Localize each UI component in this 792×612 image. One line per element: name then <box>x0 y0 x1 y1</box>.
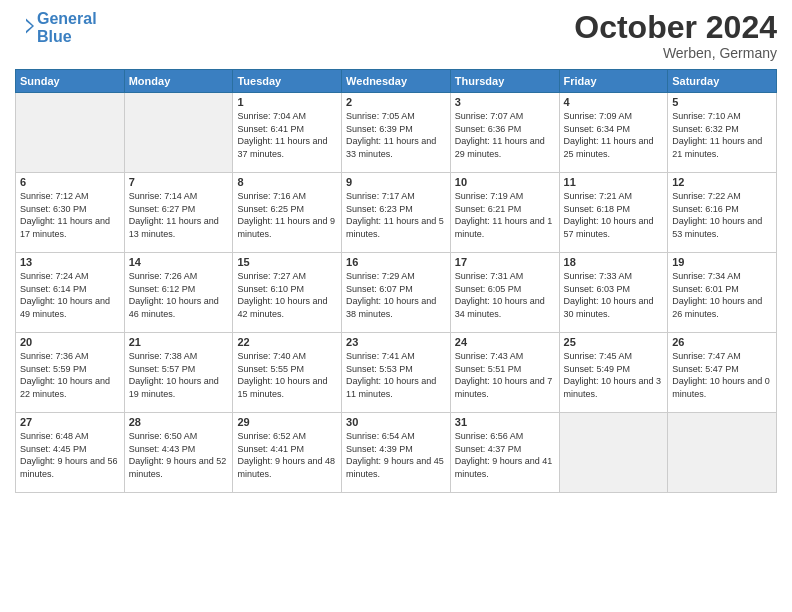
cell-info: Sunrise: 7:24 AMSunset: 6:14 PMDaylight:… <box>20 270 120 320</box>
calendar-cell: 14Sunrise: 7:26 AMSunset: 6:12 PMDayligh… <box>124 253 233 333</box>
week-row-2: 6Sunrise: 7:12 AMSunset: 6:30 PMDaylight… <box>16 173 777 253</box>
month-title: October 2024 <box>574 10 777 45</box>
day-number: 27 <box>20 416 120 428</box>
cell-info: Sunrise: 7:36 AMSunset: 5:59 PMDaylight:… <box>20 350 120 400</box>
day-number: 11 <box>564 176 664 188</box>
cell-info: Sunrise: 7:04 AMSunset: 6:41 PMDaylight:… <box>237 110 337 160</box>
day-number: 8 <box>237 176 337 188</box>
calendar-cell: 3Sunrise: 7:07 AMSunset: 6:36 PMDaylight… <box>450 93 559 173</box>
cell-info: Sunrise: 6:48 AMSunset: 4:45 PMDaylight:… <box>20 430 120 480</box>
cell-info: Sunrise: 6:50 AMSunset: 4:43 PMDaylight:… <box>129 430 229 480</box>
day-number: 10 <box>455 176 555 188</box>
week-row-4: 20Sunrise: 7:36 AMSunset: 5:59 PMDayligh… <box>16 333 777 413</box>
calendar-cell: 13Sunrise: 7:24 AMSunset: 6:14 PMDayligh… <box>16 253 125 333</box>
cell-info: Sunrise: 7:19 AMSunset: 6:21 PMDaylight:… <box>455 190 555 240</box>
cell-info: Sunrise: 7:38 AMSunset: 5:57 PMDaylight:… <box>129 350 229 400</box>
calendar-cell: 7Sunrise: 7:14 AMSunset: 6:27 PMDaylight… <box>124 173 233 253</box>
calendar-cell: 6Sunrise: 7:12 AMSunset: 6:30 PMDaylight… <box>16 173 125 253</box>
cell-info: Sunrise: 7:09 AMSunset: 6:34 PMDaylight:… <box>564 110 664 160</box>
logo-icon <box>15 16 35 36</box>
cell-info: Sunrise: 7:21 AMSunset: 6:18 PMDaylight:… <box>564 190 664 240</box>
cell-info: Sunrise: 7:34 AMSunset: 6:01 PMDaylight:… <box>672 270 772 320</box>
cell-info: Sunrise: 6:54 AMSunset: 4:39 PMDaylight:… <box>346 430 446 480</box>
day-number: 14 <box>129 256 229 268</box>
cell-info: Sunrise: 7:31 AMSunset: 6:05 PMDaylight:… <box>455 270 555 320</box>
cell-info: Sunrise: 7:12 AMSunset: 6:30 PMDaylight:… <box>20 190 120 240</box>
logo: General Blue <box>15 10 97 45</box>
calendar-cell <box>16 93 125 173</box>
calendar-table: Sunday Monday Tuesday Wednesday Thursday… <box>15 69 777 493</box>
week-row-1: 1Sunrise: 7:04 AMSunset: 6:41 PMDaylight… <box>16 93 777 173</box>
calendar-cell: 28Sunrise: 6:50 AMSunset: 4:43 PMDayligh… <box>124 413 233 493</box>
calendar-cell: 11Sunrise: 7:21 AMSunset: 6:18 PMDayligh… <box>559 173 668 253</box>
cell-info: Sunrise: 7:45 AMSunset: 5:49 PMDaylight:… <box>564 350 664 400</box>
day-number: 17 <box>455 256 555 268</box>
cell-info: Sunrise: 7:41 AMSunset: 5:53 PMDaylight:… <box>346 350 446 400</box>
day-number: 5 <box>672 96 772 108</box>
calendar-cell: 22Sunrise: 7:40 AMSunset: 5:55 PMDayligh… <box>233 333 342 413</box>
day-number: 28 <box>129 416 229 428</box>
calendar-cell: 27Sunrise: 6:48 AMSunset: 4:45 PMDayligh… <box>16 413 125 493</box>
calendar-cell <box>559 413 668 493</box>
week-row-3: 13Sunrise: 7:24 AMSunset: 6:14 PMDayligh… <box>16 253 777 333</box>
cell-info: Sunrise: 7:26 AMSunset: 6:12 PMDaylight:… <box>129 270 229 320</box>
day-number: 21 <box>129 336 229 348</box>
cell-info: Sunrise: 7:29 AMSunset: 6:07 PMDaylight:… <box>346 270 446 320</box>
cell-info: Sunrise: 7:16 AMSunset: 6:25 PMDaylight:… <box>237 190 337 240</box>
calendar-cell: 10Sunrise: 7:19 AMSunset: 6:21 PMDayligh… <box>450 173 559 253</box>
cell-info: Sunrise: 7:33 AMSunset: 6:03 PMDaylight:… <box>564 270 664 320</box>
calendar-cell <box>124 93 233 173</box>
calendar-cell: 17Sunrise: 7:31 AMSunset: 6:05 PMDayligh… <box>450 253 559 333</box>
day-number: 23 <box>346 336 446 348</box>
day-number: 26 <box>672 336 772 348</box>
cell-info: Sunrise: 7:05 AMSunset: 6:39 PMDaylight:… <box>346 110 446 160</box>
calendar-cell: 16Sunrise: 7:29 AMSunset: 6:07 PMDayligh… <box>342 253 451 333</box>
title-block: October 2024 Werben, Germany <box>574 10 777 61</box>
cell-info: Sunrise: 7:10 AMSunset: 6:32 PMDaylight:… <box>672 110 772 160</box>
calendar-cell: 25Sunrise: 7:45 AMSunset: 5:49 PMDayligh… <box>559 333 668 413</box>
cell-info: Sunrise: 7:27 AMSunset: 6:10 PMDaylight:… <box>237 270 337 320</box>
cell-info: Sunrise: 7:14 AMSunset: 6:27 PMDaylight:… <box>129 190 229 240</box>
day-number: 9 <box>346 176 446 188</box>
cell-info: Sunrise: 7:43 AMSunset: 5:51 PMDaylight:… <box>455 350 555 400</box>
calendar-cell: 26Sunrise: 7:47 AMSunset: 5:47 PMDayligh… <box>668 333 777 413</box>
calendar-cell: 31Sunrise: 6:56 AMSunset: 4:37 PMDayligh… <box>450 413 559 493</box>
week-row-5: 27Sunrise: 6:48 AMSunset: 4:45 PMDayligh… <box>16 413 777 493</box>
calendar-page: General Blue October 2024 Werben, German… <box>0 0 792 612</box>
col-monday: Monday <box>124 70 233 93</box>
calendar-cell: 8Sunrise: 7:16 AMSunset: 6:25 PMDaylight… <box>233 173 342 253</box>
day-number: 30 <box>346 416 446 428</box>
calendar-cell: 18Sunrise: 7:33 AMSunset: 6:03 PMDayligh… <box>559 253 668 333</box>
calendar-cell <box>668 413 777 493</box>
day-number: 25 <box>564 336 664 348</box>
col-thursday: Thursday <box>450 70 559 93</box>
day-number: 4 <box>564 96 664 108</box>
cell-info: Sunrise: 7:07 AMSunset: 6:36 PMDaylight:… <box>455 110 555 160</box>
day-number: 7 <box>129 176 229 188</box>
calendar-cell: 30Sunrise: 6:54 AMSunset: 4:39 PMDayligh… <box>342 413 451 493</box>
day-number: 31 <box>455 416 555 428</box>
cell-info: Sunrise: 7:17 AMSunset: 6:23 PMDaylight:… <box>346 190 446 240</box>
header: General Blue October 2024 Werben, German… <box>15 10 777 61</box>
cell-info: Sunrise: 6:52 AMSunset: 4:41 PMDaylight:… <box>237 430 337 480</box>
logo-line1: General <box>37 10 97 27</box>
calendar-cell: 4Sunrise: 7:09 AMSunset: 6:34 PMDaylight… <box>559 93 668 173</box>
calendar-cell: 15Sunrise: 7:27 AMSunset: 6:10 PMDayligh… <box>233 253 342 333</box>
day-number: 16 <box>346 256 446 268</box>
day-number: 6 <box>20 176 120 188</box>
col-wednesday: Wednesday <box>342 70 451 93</box>
col-tuesday: Tuesday <box>233 70 342 93</box>
logo-text: General Blue <box>37 10 97 45</box>
calendar-cell: 24Sunrise: 7:43 AMSunset: 5:51 PMDayligh… <box>450 333 559 413</box>
col-sunday: Sunday <box>16 70 125 93</box>
col-friday: Friday <box>559 70 668 93</box>
calendar-cell: 21Sunrise: 7:38 AMSunset: 5:57 PMDayligh… <box>124 333 233 413</box>
calendar-cell: 9Sunrise: 7:17 AMSunset: 6:23 PMDaylight… <box>342 173 451 253</box>
location: Werben, Germany <box>574 45 777 61</box>
day-number: 19 <box>672 256 772 268</box>
calendar-cell: 20Sunrise: 7:36 AMSunset: 5:59 PMDayligh… <box>16 333 125 413</box>
calendar-cell: 1Sunrise: 7:04 AMSunset: 6:41 PMDaylight… <box>233 93 342 173</box>
day-number: 2 <box>346 96 446 108</box>
day-number: 29 <box>237 416 337 428</box>
calendar-cell: 2Sunrise: 7:05 AMSunset: 6:39 PMDaylight… <box>342 93 451 173</box>
